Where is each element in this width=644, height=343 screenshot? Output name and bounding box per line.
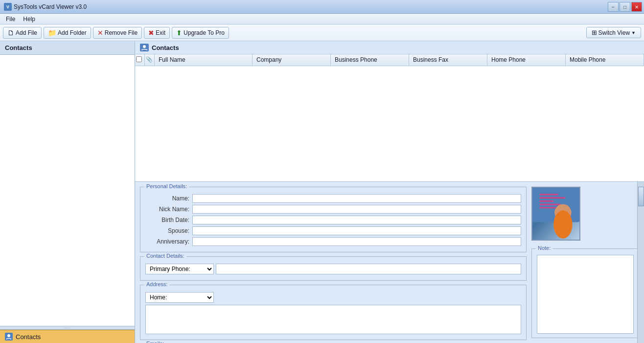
- detail-scrollbar[interactable]: [637, 182, 644, 343]
- add-folder-button[interactable]: 📁 Add Folder: [44, 27, 91, 39]
- nick-name-row: Nick Name:: [145, 205, 521, 214]
- menu-bar: File Help: [0, 14, 644, 24]
- detail-panel: Personal Details: Name: Nick Name: Birth…: [135, 182, 644, 343]
- personal-details-group: Personal Details: Name: Nick Name: Birth…: [140, 187, 527, 252]
- birth-date-input[interactable]: [192, 216, 521, 224]
- sidebar-footer[interactable]: Contacts: [0, 330, 135, 343]
- nick-name-label: Nick Name:: [145, 206, 189, 213]
- switch-view-label: Switch View: [598, 29, 630, 36]
- window-controls: − □ ✕: [608, 2, 642, 12]
- sidebar-title: Contacts: [5, 44, 32, 51]
- svg-point-1: [143, 45, 146, 48]
- primary-phone-select[interactable]: Primary Phone:: [145, 264, 214, 274]
- personal-details-legend: Personal Details:: [144, 183, 189, 189]
- th-checkbox: [135, 54, 145, 66]
- emails-legend: Emails:: [144, 341, 166, 343]
- minimize-button[interactable]: −: [608, 2, 619, 12]
- switch-view-icon: ⊞: [592, 29, 597, 36]
- app-title: SysTools vCard Viewer v3.0: [14, 3, 87, 10]
- scrollbar-thumb: [638, 187, 644, 206]
- svg-rect-5: [539, 200, 553, 202]
- add-file-button[interactable]: 🗋 Add File: [3, 27, 42, 39]
- sidebar-resizer[interactable]: ·······: [0, 326, 135, 330]
- contacts-table[interactable]: 📎 Full Name Company Business Phone Busin…: [135, 54, 644, 182]
- spouse-input[interactable]: [192, 226, 521, 235]
- sidebar-header: Contacts: [0, 41, 135, 55]
- toolbar: 🗋 Add File 📁 Add Folder ✕ Remove File ✖ …: [0, 24, 644, 41]
- switch-view-dropdown-arrow: ▼: [631, 30, 636, 35]
- svg-point-0: [7, 334, 10, 337]
- note-group: Note:: [531, 248, 639, 338]
- address-textarea[interactable]: [145, 305, 521, 334]
- upgrade-button[interactable]: ⬆ Upgrade To Pro: [172, 27, 229, 39]
- exit-button[interactable]: ✖ Exit: [144, 27, 170, 39]
- anniversary-input[interactable]: [192, 237, 521, 246]
- address-legend: Address:: [144, 281, 169, 287]
- sidebar-footer-label: Contacts: [16, 333, 41, 341]
- birth-date-row: Birth Date:: [145, 216, 521, 224]
- contact-photo-illustration: [532, 187, 579, 240]
- contact-photo: [531, 187, 580, 241]
- menu-file[interactable]: File: [2, 15, 19, 24]
- svg-rect-3: [539, 194, 558, 196]
- address-type-select[interactable]: Home:: [145, 292, 214, 303]
- th-home-phone[interactable]: Home Phone: [487, 54, 566, 66]
- main-layout: Contacts ······· Contacts Contacts: [0, 41, 644, 343]
- remove-file-button[interactable]: ✕ Remove File: [93, 27, 142, 39]
- spouse-label: Spouse:: [145, 227, 189, 234]
- name-row: Name:: [145, 194, 521, 203]
- add-file-label: Add File: [16, 29, 37, 36]
- add-folder-icon: 📁: [48, 29, 56, 37]
- address-group: Address: Home:: [140, 285, 527, 340]
- th-business-phone[interactable]: Business Phone: [331, 54, 409, 66]
- svg-point-10: [553, 210, 572, 239]
- sidebar-tree[interactable]: [0, 55, 135, 326]
- sidebar-footer-icon: [5, 333, 13, 341]
- restore-button[interactable]: □: [620, 2, 630, 12]
- exit-icon: ✖: [148, 29, 154, 37]
- th-business-fax[interactable]: Business Fax: [409, 54, 487, 66]
- title-bar: V SysTools vCard Viewer v3.0 − □ ✕: [0, 0, 644, 14]
- upgrade-icon: ⬆: [176, 29, 182, 37]
- switch-view-button[interactable]: ⊞ Switch View ▼: [586, 27, 641, 38]
- svg-rect-4: [539, 197, 565, 198]
- th-paperclip: 📎: [145, 54, 155, 66]
- anniversary-label: Anniversary:: [145, 238, 189, 245]
- upgrade-label: Upgrade To Pro: [184, 29, 225, 36]
- contact-details-group: Contact Details: Primary Phone:: [140, 256, 527, 281]
- th-full-name[interactable]: Full Name: [155, 54, 253, 66]
- note-legend: Note:: [536, 245, 552, 251]
- primary-phone-row: Primary Phone:: [145, 264, 521, 274]
- svg-rect-7: [539, 207, 556, 208]
- exit-label: Exit: [156, 29, 165, 36]
- name-input[interactable]: [192, 194, 521, 203]
- anniversary-row: Anniversary:: [145, 237, 521, 246]
- remove-file-icon: ✕: [97, 29, 103, 37]
- table-header: 📎 Full Name Company Business Phone Busin…: [135, 54, 644, 66]
- right-content: Contacts 📎 Full Name Company Business Ph…: [135, 41, 644, 343]
- contacts-header-label: Contacts: [152, 44, 179, 51]
- svg-rect-6: [539, 204, 560, 205]
- primary-phone-input[interactable]: [216, 264, 521, 274]
- spouse-row: Spouse:: [145, 226, 521, 235]
- contacts-header-icon: [140, 44, 149, 51]
- menu-help[interactable]: Help: [19, 15, 39, 24]
- add-folder-label: Add Folder: [58, 29, 87, 36]
- detail-right: Note:: [531, 187, 639, 338]
- close-button[interactable]: ✕: [631, 2, 642, 12]
- remove-file-label: Remove File: [105, 29, 138, 36]
- note-textarea[interactable]: [537, 255, 634, 334]
- sidebar: Contacts ······· Contacts: [0, 41, 135, 343]
- th-company[interactable]: Company: [253, 54, 331, 66]
- detail-left: Personal Details: Name: Nick Name: Birth…: [140, 187, 527, 338]
- contact-details-legend: Contact Details:: [144, 253, 186, 259]
- th-mobile-phone[interactable]: Mobile Phone: [566, 54, 644, 66]
- birth-date-label: Birth Date:: [145, 217, 189, 223]
- name-label: Name:: [145, 195, 189, 202]
- add-file-icon: 🗋: [7, 29, 14, 37]
- address-type-row: Home:: [145, 292, 521, 303]
- app-icon: V: [4, 3, 12, 11]
- nick-name-input[interactable]: [192, 205, 521, 214]
- contacts-header: Contacts: [135, 41, 644, 54]
- select-all-checkbox[interactable]: [136, 56, 142, 62]
